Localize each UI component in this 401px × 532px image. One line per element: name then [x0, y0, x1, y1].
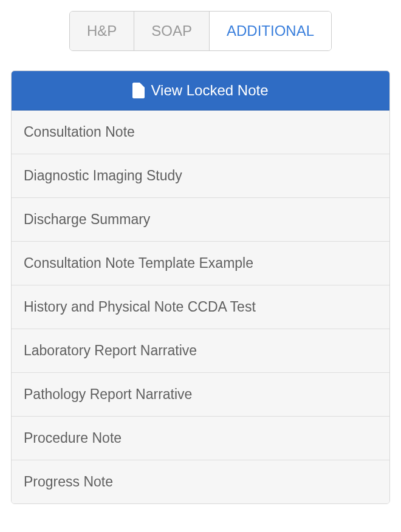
tab-additional[interactable]: ADDITIONAL [210, 12, 331, 50]
list-item[interactable]: Consultation Note Template Example [12, 241, 389, 285]
tab-hp[interactable]: H&P [70, 12, 134, 50]
list-item[interactable]: History and Physical Note CCDA Test [12, 285, 389, 329]
list-item[interactable]: Discharge Summary [12, 197, 389, 241]
list-item[interactable]: Progress Note [12, 460, 389, 503]
list-item[interactable]: Pathology Report Narrative [12, 372, 389, 416]
notes-panel: View Locked Note Consultation Note Diagn… [11, 70, 390, 504]
notes-list: Consultation Note Diagnostic Imaging Stu… [12, 111, 389, 503]
view-locked-note-button[interactable]: View Locked Note [11, 70, 390, 111]
view-locked-note-label: View Locked Note [151, 82, 268, 99]
list-item[interactable]: Laboratory Report Narrative [12, 329, 389, 372]
tab-bar: H&P SOAP ADDITIONAL [11, 11, 390, 51]
list-item[interactable]: Procedure Note [12, 416, 389, 460]
list-item[interactable]: Diagnostic Imaging Study [12, 154, 389, 197]
file-icon [132, 83, 145, 98]
tab-group: H&P SOAP ADDITIONAL [69, 11, 332, 51]
tab-soap[interactable]: SOAP [134, 12, 210, 50]
list-item[interactable]: Consultation Note [12, 111, 389, 154]
